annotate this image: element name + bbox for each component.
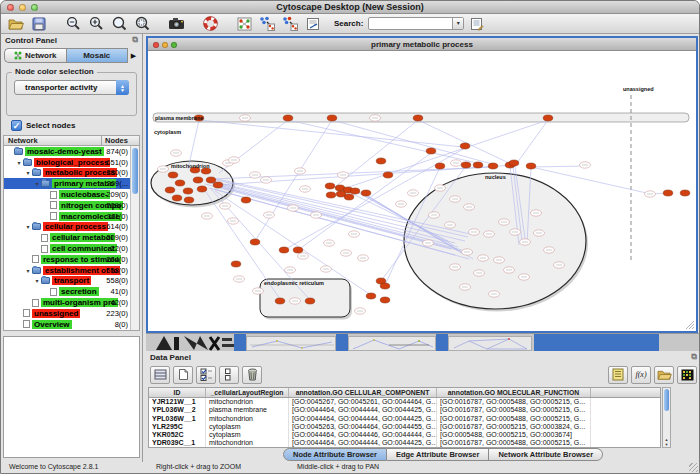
tree-row[interactable]: macromolecule311(0) — [4, 211, 139, 222]
formula-builder-button[interactable]: f(x) — [631, 366, 651, 384]
table-cell[interactable]: [GO:0016787, GO:0005215, GO:0003824, G..… — [437, 423, 591, 431]
table-cell[interactable]: [GO:0044464, GO:0044444, GO:0044425, G..… — [289, 415, 437, 423]
gene-node[interactable] — [193, 177, 203, 183]
gene-node[interactable] — [325, 183, 335, 189]
annotation-button[interactable] — [303, 16, 323, 32]
table-row[interactable]: YDR039C__1mitochondrion[GO:0044464, GO:0… — [149, 439, 660, 447]
canvas-resize-grip[interactable] — [692, 327, 694, 329]
window-titlebar[interactable]: Cytoscape Desktop (New Session) — [1, 1, 699, 14]
node-color-dropdown[interactable]: transporter activity ▲▼ — [14, 80, 129, 95]
search-input[interactable] — [369, 19, 449, 28]
close-button[interactable] — [7, 4, 14, 11]
background-windows-strip[interactable] — [146, 333, 700, 351]
gene-node[interactable] — [376, 158, 386, 164]
select-all-attributes-button[interactable] — [196, 366, 216, 384]
gene-node[interactable] — [241, 197, 251, 203]
table-cell[interactable]: [GO:0016787, GO:0005488, GO:0005215, G..… — [437, 398, 591, 406]
gene-node[interactable] — [168, 172, 178, 178]
gene-node[interactable] — [473, 162, 483, 168]
table-cell[interactable]: YKR052C — [149, 431, 206, 439]
gene-node[interactable] — [380, 283, 390, 289]
gene-node[interactable] — [206, 177, 216, 183]
tree-row[interactable]: ▾metabolic process280(0) — [4, 168, 139, 179]
tree-row[interactable]: ▾primary metabo209(... — [4, 178, 139, 189]
filter-button[interactable] — [280, 16, 300, 32]
table-scroll-thumb[interactable] — [664, 389, 669, 411]
table-cell[interactable]: [GO:0016787, GO:0005488, GO:0005215, G..… — [437, 415, 591, 423]
tree-row[interactable]: nucleobase-209(0) — [4, 189, 139, 200]
network-minimize-button[interactable] — [162, 42, 168, 48]
attribute-batch-button[interactable] — [608, 366, 628, 384]
attribute-table[interactable]: ID _cellularLayoutRegion annotation.GO C… — [148, 387, 661, 448]
vizmapper-button[interactable] — [257, 16, 277, 32]
gene-node[interactable] — [509, 160, 519, 166]
gene-node[interactable] — [543, 115, 553, 121]
table-cell[interactable]: [GO:0044464, GO:0044444, GO:0044425, G..… — [289, 406, 437, 414]
expand-toggle-icon[interactable]: ▾ — [24, 267, 32, 274]
table-cell[interactable]: mitochondrion — [206, 415, 289, 423]
table-cell[interactable]: mitochondrion — [206, 398, 289, 406]
search-dropdown-icon[interactable]: ▾ — [452, 18, 463, 29]
gene-node[interactable] — [413, 115, 423, 121]
gene-node[interactable] — [326, 192, 336, 198]
expand-toggle-icon[interactable]: ▾ — [24, 223, 32, 230]
save-session-button[interactable] — [29, 16, 49, 32]
tree-row[interactable]: ▾transport558(0) — [4, 276, 139, 287]
heatmap-button[interactable] — [677, 366, 697, 384]
network-canvas[interactable]: plasma membranecytoplasmmitochondrionnuc… — [148, 51, 696, 331]
zoom-window-button[interactable] — [31, 4, 38, 11]
expand-toggle-icon[interactable]: ▾ — [15, 159, 23, 166]
tree-row[interactable]: ▾cellular process614(0) — [4, 222, 139, 233]
zoom-fit-button[interactable] — [109, 16, 129, 32]
table-cell[interactable]: cytoplasm — [206, 431, 289, 439]
select-attributes-button[interactable] — [150, 366, 170, 384]
select-nodes-checkbox[interactable]: ✓ — [11, 120, 22, 131]
tab-scroll-right-icon[interactable]: ▶ — [128, 52, 139, 60]
minimize-button[interactable] — [19, 4, 26, 11]
import-attributes-button[interactable] — [654, 366, 674, 384]
tree-row[interactable]: unassigned223(0) — [4, 308, 139, 319]
gene-node[interactable] — [327, 115, 337, 121]
gene-node[interactable] — [183, 188, 193, 194]
table-cell[interactable]: YPL036W__2 — [149, 406, 206, 414]
table-cell[interactable]: [GO:0045263, GO:0044464, GO:0044455, G..… — [289, 423, 437, 431]
tree-row[interactable]: response to stimulu264(0) — [4, 254, 139, 265]
network-window-titlebar[interactable]: primary metabolic process — [148, 38, 696, 51]
gene-node[interactable] — [213, 182, 223, 188]
column-header[interactable]: _cellularLayoutRegion — [206, 388, 289, 397]
resize-grip[interactable] — [689, 463, 698, 472]
zoom-out-button[interactable] — [63, 16, 83, 32]
tab-mosaic[interactable]: Mosaic — [66, 48, 129, 63]
gene-node[interactable] — [435, 163, 445, 169]
gene-node[interactable] — [488, 163, 498, 169]
gene-node[interactable] — [383, 172, 393, 178]
gene-node[interactable] — [279, 247, 289, 253]
gene-node[interactable] — [461, 162, 471, 168]
column-header[interactable]: annotation.GO MOLECULAR_FUNCTION — [437, 388, 591, 397]
column-header[interactable]: ID — [149, 388, 206, 397]
tree-row[interactable]: cellular metabol209(0) — [4, 232, 139, 243]
table-cell[interactable]: YJR121W__1 — [149, 398, 206, 406]
table-cell[interactable]: [GO:0044464, GO:0044444, GO:0044425, G..… — [289, 439, 437, 447]
zoom-selected-button[interactable] — [132, 16, 152, 32]
gene-node[interactable] — [305, 298, 315, 304]
expand-toggle-icon[interactable]: ▾ — [33, 277, 41, 284]
tab-edge-attribute-browser[interactable]: Edge Attribute Browser — [387, 448, 489, 461]
column-header[interactable]: annotation.GO CELLULAR_COMPONENT — [289, 388, 437, 397]
tab-node-attribute-browser[interactable]: Node Attribute Browser — [283, 448, 387, 461]
gene-node[interactable] — [366, 293, 376, 299]
tab-network-attribute-browser[interactable]: Network Attribute Browser — [489, 448, 603, 461]
table-cell[interactable]: [GO:0016787, GO:0005488, GO:0005215, G..… — [437, 406, 591, 414]
gene-node[interactable] — [165, 187, 175, 193]
tree-row[interactable]: mosaic-demo-yeast874(0) — [4, 146, 139, 157]
table-cell[interactable]: plasma membrane — [206, 406, 289, 414]
gene-node[interactable] — [184, 197, 194, 203]
gene-node[interactable] — [197, 186, 207, 192]
network-close-button[interactable] — [153, 42, 159, 48]
tree-row[interactable]: cell communicat22(0) — [4, 243, 139, 254]
tree-row[interactable]: ▾establishment of lo558(0) — [4, 265, 139, 276]
detach-panel-icon[interactable]: ⧉ — [132, 36, 138, 44]
help-button[interactable] — [200, 16, 220, 32]
table-cell[interactable]: cytoplasm — [206, 423, 289, 431]
table-cell[interactable]: [GO:0045267, GO:0045261, GO:0044464, G..… — [289, 398, 437, 406]
